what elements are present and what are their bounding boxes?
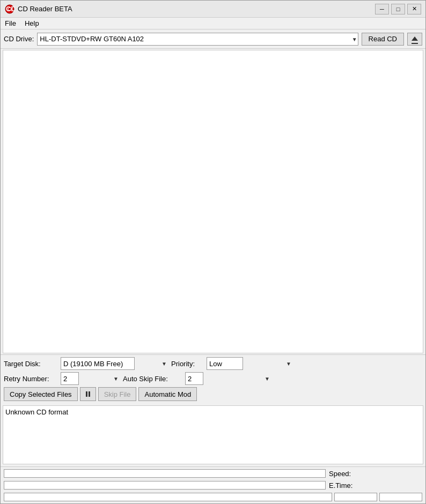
bottom-progress-2 xyxy=(334,493,377,501)
speed-progress-bar xyxy=(4,469,326,478)
title-bar: CD CD Reader BETA ─ □ ✕ xyxy=(1,1,425,18)
menu-bar: File Help xyxy=(1,18,425,29)
close-button[interactable]: ✕ xyxy=(407,4,421,14)
log-message-0: Unknown CD format xyxy=(5,408,421,416)
speed-label: Speed: xyxy=(329,470,351,478)
etime-label: E.Time: xyxy=(329,481,352,490)
etime-progress-bar xyxy=(4,481,326,490)
minimize-button[interactable]: ─ xyxy=(375,4,389,14)
priority-label: Priority: xyxy=(171,360,203,368)
window-title: CD Reader BETA xyxy=(18,5,72,13)
pause-icon xyxy=(86,391,90,397)
skip-file-button[interactable]: Skip File xyxy=(98,387,137,401)
retry-autoskip-row: Retry Number: 0 1 2 3 4 5 ▼ Auto Skip Fi… xyxy=(4,372,422,385)
priority-select[interactable]: Low Normal High xyxy=(207,357,243,370)
target-disk-select-wrapper: D (19100 MB Free) C (Win) E: F: ▼ xyxy=(61,357,168,370)
title-bar-left: CD CD Reader BETA xyxy=(5,4,72,14)
restore-button[interactable]: □ xyxy=(391,4,405,14)
etime-row: E.Time: xyxy=(1,480,425,491)
action-buttons-row: Copy Selected Files Skip File Automatic … xyxy=(4,387,422,401)
auto-skip-label: Auto Skip File: xyxy=(123,375,182,383)
retry-arrow: ▼ xyxy=(113,376,119,382)
copy-selected-files-button[interactable]: Copy Selected Files xyxy=(4,387,78,401)
autoskip-select[interactable]: 0 1 2 3 4 5 xyxy=(185,372,203,385)
retry-select-wrapper: 0 1 2 3 4 5 ▼ xyxy=(61,372,120,385)
main-window: CD CD Reader BETA ─ □ ✕ File Help CD Dri… xyxy=(0,0,426,504)
priority-arrow: ▼ xyxy=(286,361,291,367)
autoskip-select-wrapper: 0 1 2 3 4 5 ▼ xyxy=(185,372,271,385)
eject-button[interactable] xyxy=(407,33,422,46)
retry-number-label: Retry Number: xyxy=(4,375,57,383)
priority-select-wrapper: Low Normal High ▼ xyxy=(207,357,292,370)
target-disk-label: Target Disk: xyxy=(4,360,57,368)
cd-icon: CD xyxy=(5,4,14,14)
eject-icon xyxy=(412,34,418,44)
cd-drive-toolbar: CD Drive: HL-DT-STDVD+RW GT60N A102 ▼ Re… xyxy=(1,29,425,49)
bottom-progress-3 xyxy=(379,493,422,501)
target-disk-arrow: ▼ xyxy=(161,361,167,367)
bottom-progress-1 xyxy=(4,493,332,501)
cd-drive-select-wrapper: HL-DT-STDVD+RW GT60N A102 ▼ xyxy=(37,33,358,46)
target-priority-row: Target Disk: D (19100 MB Free) C (Win) E… xyxy=(4,357,422,370)
file-list-area[interactable] xyxy=(3,50,423,353)
pause-button[interactable] xyxy=(80,387,96,401)
title-bar-controls: ─ □ ✕ xyxy=(375,4,421,14)
menu-item-file[interactable]: File xyxy=(1,19,20,28)
cd-drive-select[interactable]: HL-DT-STDVD+RW GT60N A102 xyxy=(37,33,358,46)
bottom-bar xyxy=(1,491,425,503)
automatic-mod-button[interactable]: Automatic Mod xyxy=(138,387,197,401)
target-disk-select[interactable]: D (19100 MB Free) C (Win) E: F: xyxy=(61,357,135,370)
cd-drive-label: CD Drive: xyxy=(4,35,34,43)
svg-text:CD: CD xyxy=(6,5,14,13)
log-area: Unknown CD format xyxy=(3,405,423,464)
speed-row: Speed: xyxy=(1,467,425,480)
menu-item-help[interactable]: Help xyxy=(20,19,43,28)
autoskip-arrow: ▼ xyxy=(265,376,270,382)
read-cd-button[interactable]: Read CD xyxy=(362,33,404,46)
status-area: Speed: E.Time: xyxy=(1,466,425,503)
retry-select[interactable]: 0 1 2 3 4 5 xyxy=(61,372,79,385)
controls-area: Target Disk: D (19100 MB Free) C (Win) E… xyxy=(1,354,425,405)
